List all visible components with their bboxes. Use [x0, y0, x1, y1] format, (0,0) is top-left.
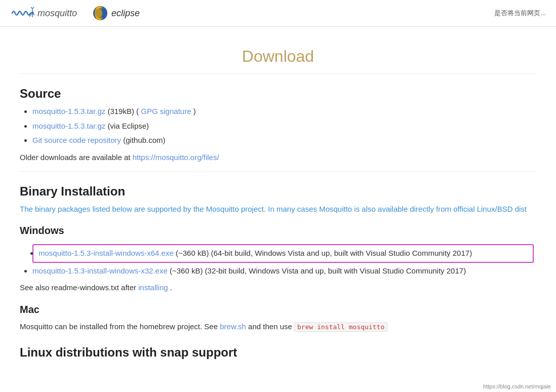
mac-desc-mid: and then use: [248, 322, 294, 331]
list-item: Git source code repository (github.com): [32, 135, 536, 146]
header: mosquitto eclipse 是否将当前网页...: [0, 0, 556, 27]
svg-point-0: [31, 12, 34, 15]
list-item: mosquitto-1.5.3.tar.gz (319kB) ( GPG sig…: [32, 106, 536, 117]
source-heading: Source: [20, 87, 536, 101]
eclipse-icon: [92, 5, 108, 21]
list-item: mosquitto-1.5.3-install-windows-x64.exe …: [38, 248, 528, 259]
brew-sh-link[interactable]: brew.sh: [220, 322, 246, 331]
brew-install-code: brew install mosquitto: [294, 322, 387, 332]
list-item: mosquitto-1.5.3-install-windows-x32.exe …: [32, 265, 536, 277]
older-downloads-link[interactable]: https://mosquitto.org/files/: [133, 153, 219, 162]
source-tar-gz-link[interactable]: mosquitto-1.5.3.tar.gz: [32, 107, 105, 115]
svg-line-6: [34, 14, 34, 17]
older-downloads-prefix: Older downloads are available at: [20, 153, 133, 162]
windows-heading: Windows: [20, 225, 536, 237]
eclipse-logo[interactable]: eclipse: [92, 5, 140, 21]
see-also-text: See also readme-windows.txt after instal…: [20, 282, 536, 294]
gpg-signature-link[interactable]: GPG signature: [141, 107, 191, 115]
windows-list: mosquitto-1.5.3-install-windows-x64.exe …: [32, 242, 536, 277]
gpg-suffix: ): [193, 107, 196, 115]
eclipse-logo-text: eclipse: [111, 8, 140, 19]
see-also-suffix: .: [170, 283, 172, 292]
source-eclipse-link[interactable]: mosquitto-1.5.3.tar.gz: [32, 122, 105, 130]
mosquitto-logo-text: mosquitto: [37, 8, 77, 19]
section-divider: [20, 171, 536, 172]
header-right-text: 是否将当前网页...: [494, 9, 546, 18]
header-logos: mosquitto eclipse: [10, 5, 140, 21]
windows-x32-suffix: (~360 kB) (32-bit build, Windows Vista a…: [170, 266, 466, 275]
svg-point-10: [95, 8, 102, 18]
linux-section: Linux distributions with snap support: [20, 345, 536, 360]
page-title: Download: [20, 47, 536, 74]
source-section: Source mosquitto-1.5.3.tar.gz (319kB) ( …: [20, 87, 536, 164]
git-source-suffix: (github.com): [123, 136, 165, 144]
highlight-box: mosquitto-1.5.3-install-windows-x64.exe …: [32, 244, 534, 263]
source-tar-gz-suffix: (319kB) (: [107, 107, 139, 115]
windows-x32-link[interactable]: mosquitto-1.5.3-install-windows-x32.exe: [32, 266, 168, 275]
mac-description: Mosquitto can be installed from the home…: [20, 321, 536, 333]
installing-link[interactable]: installing: [138, 283, 168, 292]
windows-x64-suffix: (~360 kB) (64-bit build, Windows Vista a…: [176, 249, 472, 257]
mac-section: Mac Mosquitto can be installed from the …: [20, 304, 536, 333]
mosquitto-icon: [10, 6, 34, 21]
see-also-prefix: See also readme-windows.txt after: [20, 283, 138, 292]
binary-description: The binary packages listed below are sup…: [20, 204, 536, 215]
mac-desc-prefix: Mosquitto can be installed from the home…: [20, 322, 220, 331]
older-downloads-text: Older downloads are available at https:/…: [20, 151, 536, 164]
binary-section: Binary Installation The binary packages …: [20, 184, 536, 360]
binary-heading: Binary Installation: [20, 184, 536, 199]
linux-heading: Linux distributions with snap support: [20, 345, 536, 360]
source-eclipse-suffix: (via Eclipse): [107, 122, 149, 130]
mosquitto-logo[interactable]: mosquitto: [10, 6, 77, 21]
main-content: Download Source mosquitto-1.5.3.tar.gz (…: [10, 27, 546, 375]
svg-line-3: [32, 7, 34, 9]
git-source-link[interactable]: Git source code repository: [32, 136, 121, 144]
source-list: mosquitto-1.5.3.tar.gz (319kB) ( GPG sig…: [32, 106, 536, 146]
list-item: mosquitto-1.5.3.tar.gz (via Eclipse): [32, 121, 536, 132]
windows-x64-link[interactable]: mosquitto-1.5.3-install-windows-x64.exe: [38, 249, 174, 257]
mac-heading: Mac: [20, 304, 536, 316]
windows-section: Windows mosquitto-1.5.3-install-windows-…: [20, 225, 536, 294]
